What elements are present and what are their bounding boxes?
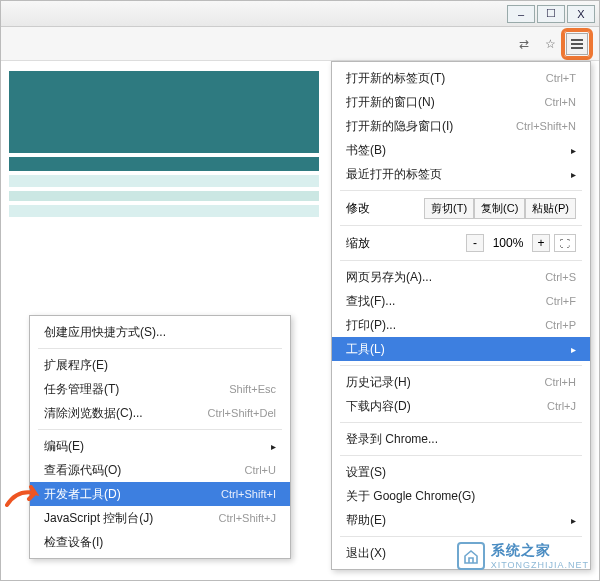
menu-shortcut: Ctrl+U <box>245 464 276 476</box>
menu-shortcut: Ctrl+Shift+I <box>221 488 276 500</box>
window-titlebar: – ☐ X <box>1 1 599 27</box>
menu-label: 帮助(E) <box>346 512 386 529</box>
close-button[interactable]: X <box>567 5 595 23</box>
submenu-js-console[interactable]: JavaScript 控制台(J) Ctrl+Shift+J <box>30 506 290 530</box>
menu-new-tab[interactable]: 打开新的标签页(T) Ctrl+T <box>332 66 590 90</box>
menu-label: 创建应用快捷方式(S)... <box>44 324 166 341</box>
menu-label: 设置(S) <box>346 464 386 481</box>
submenu-arrow-icon: ▸ <box>571 515 576 526</box>
menu-label: 查找(F)... <box>346 293 395 310</box>
submenu-extensions[interactable]: 扩展程序(E) <box>30 353 290 377</box>
menu-button-highlight <box>561 28 593 60</box>
submenu-arrow-icon: ▸ <box>571 145 576 156</box>
minimize-button[interactable]: – <box>507 5 535 23</box>
menu-separator <box>340 536 582 537</box>
menu-signin[interactable]: 登录到 Chrome... <box>332 427 590 451</box>
menu-recent-tabs[interactable]: 最近打开的标签页 ▸ <box>332 162 590 186</box>
zoom-in-button[interactable]: + <box>532 234 550 252</box>
menu-label: 打开新的隐身窗口(I) <box>346 118 453 135</box>
menu-separator <box>340 455 582 456</box>
menu-label: 退出(X) <box>346 545 386 562</box>
watermark-title: 系统之家 <box>491 542 589 560</box>
menu-shortcut: Ctrl+Shift+N <box>516 120 576 132</box>
annotation-arrow-icon <box>5 481 45 511</box>
bookmark-star-icon[interactable]: ☆ <box>539 33 561 55</box>
menu-shortcut: Ctrl+H <box>545 376 576 388</box>
chrome-main-menu: 打开新的标签页(T) Ctrl+T 打开新的窗口(N) Ctrl+N 打开新的隐… <box>331 61 591 570</box>
menu-separator <box>340 260 582 261</box>
menu-label: 关于 Google Chrome(G) <box>346 488 475 505</box>
menu-label: 最近打开的标签页 <box>346 166 442 183</box>
submenu-encoding[interactable]: 编码(E) ▸ <box>30 434 290 458</box>
menu-label: 打印(P)... <box>346 317 396 334</box>
zoom-value: 100% <box>488 236 528 250</box>
menu-label: 打开新的窗口(N) <box>346 94 435 111</box>
menu-separator <box>340 225 582 226</box>
menu-label: 任务管理器(T) <box>44 381 119 398</box>
submenu-dev-tools[interactable]: 开发者工具(D) Ctrl+Shift+I <box>30 482 290 506</box>
copy-button[interactable]: 复制(C) <box>474 198 525 219</box>
menu-button[interactable] <box>566 33 588 55</box>
menu-shortcut: Shift+Esc <box>229 383 276 395</box>
menu-label: JavaScript 控制台(J) <box>44 510 153 527</box>
cut-button[interactable]: 剪切(T) <box>424 198 474 219</box>
menu-shortcut: Ctrl+J <box>547 400 576 412</box>
menu-label: 网页另存为(A)... <box>346 269 432 286</box>
fullscreen-button[interactable]: ⛶ <box>554 234 576 252</box>
menu-print[interactable]: 打印(P)... Ctrl+P <box>332 313 590 337</box>
submenu-arrow-icon: ▸ <box>571 169 576 180</box>
menu-about[interactable]: 关于 Google Chrome(G) <box>332 484 590 508</box>
menu-shortcut: Ctrl+Shift+Del <box>208 407 276 419</box>
menu-edit-row: 修改 剪切(T) 复制(C) 粘贴(P) <box>332 195 590 221</box>
zoom-label: 缩放 <box>346 235 370 252</box>
menu-label: 工具(L) <box>346 341 385 358</box>
submenu-inspect[interactable]: 检查设备(I) <box>30 530 290 554</box>
menu-bookmarks[interactable]: 书签(B) ▸ <box>332 138 590 162</box>
menu-label: 登录到 Chrome... <box>346 431 438 448</box>
menu-help[interactable]: 帮助(E) ▸ <box>332 508 590 532</box>
menu-separator <box>340 365 582 366</box>
watermark-logo-icon <box>457 542 485 570</box>
page-content <box>9 71 319 221</box>
tools-submenu: 创建应用快捷方式(S)... 扩展程序(E) 任务管理器(T) Shift+Es… <box>29 315 291 559</box>
menu-separator <box>340 190 582 191</box>
submenu-create-shortcut[interactable]: 创建应用快捷方式(S)... <box>30 320 290 344</box>
translate-icon[interactable]: ⇄ <box>513 33 535 55</box>
menu-label: 历史记录(H) <box>346 374 411 391</box>
menu-downloads[interactable]: 下载内容(D) Ctrl+J <box>332 394 590 418</box>
submenu-view-source[interactable]: 查看源代码(O) Ctrl+U <box>30 458 290 482</box>
menu-separator <box>38 429 282 430</box>
menu-shortcut: Ctrl+N <box>545 96 576 108</box>
browser-toolbar: ⇄ ☆ <box>1 27 599 61</box>
paste-button[interactable]: 粘贴(P) <box>525 198 576 219</box>
menu-label: 开发者工具(D) <box>44 486 121 503</box>
menu-label: 检查设备(I) <box>44 534 103 551</box>
menu-label: 扩展程序(E) <box>44 357 108 374</box>
menu-shortcut: Ctrl+Shift+J <box>219 512 276 524</box>
menu-new-window[interactable]: 打开新的窗口(N) Ctrl+N <box>332 90 590 114</box>
menu-label: 编码(E) <box>44 438 84 455</box>
menu-history[interactable]: 历史记录(H) Ctrl+H <box>332 370 590 394</box>
menu-separator <box>38 348 282 349</box>
menu-settings[interactable]: 设置(S) <box>332 460 590 484</box>
watermark-url: XITONGZHIJIA.NET <box>491 560 589 570</box>
menu-incognito[interactable]: 打开新的隐身窗口(I) Ctrl+Shift+N <box>332 114 590 138</box>
menu-zoom-row: 缩放 - 100% + ⛶ <box>332 230 590 256</box>
menu-shortcut: Ctrl+F <box>546 295 576 307</box>
menu-shortcut: Ctrl+T <box>546 72 576 84</box>
menu-label: 清除浏览数据(C)... <box>44 405 143 422</box>
menu-label: 下载内容(D) <box>346 398 411 415</box>
menu-shortcut: Ctrl+S <box>545 271 576 283</box>
submenu-task-manager[interactable]: 任务管理器(T) Shift+Esc <box>30 377 290 401</box>
submenu-clear-data[interactable]: 清除浏览数据(C)... Ctrl+Shift+Del <box>30 401 290 425</box>
menu-save-as[interactable]: 网页另存为(A)... Ctrl+S <box>332 265 590 289</box>
menu-separator <box>340 422 582 423</box>
maximize-button[interactable]: ☐ <box>537 5 565 23</box>
menu-find[interactable]: 查找(F)... Ctrl+F <box>332 289 590 313</box>
submenu-arrow-icon: ▸ <box>271 441 276 452</box>
watermark: 系统之家 XITONGZHIJIA.NET <box>457 542 589 570</box>
zoom-out-button[interactable]: - <box>466 234 484 252</box>
submenu-arrow-icon: ▸ <box>571 344 576 355</box>
menu-tools[interactable]: 工具(L) ▸ <box>332 337 590 361</box>
edit-label: 修改 <box>346 200 370 217</box>
